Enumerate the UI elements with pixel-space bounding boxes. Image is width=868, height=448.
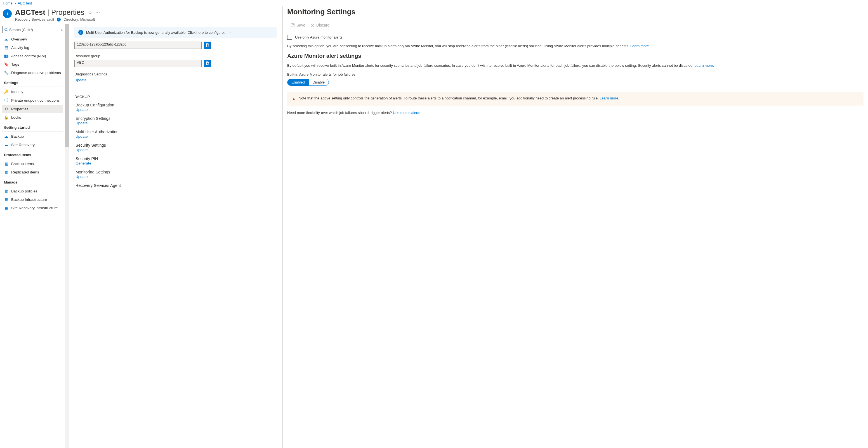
nav-site-recovery[interactable]: ☁Site Recovery [2,140,63,149]
prop-security-action[interactable]: Update [75,148,277,152]
properties-icon: ⚙ [4,107,8,111]
prop-mua: Multi-User Authorization [75,130,277,134]
directory-label: Directory: Microsoft [63,17,95,22]
use-only-azure-monitor-checkbox[interactable] [287,35,292,40]
nav-replicated-items[interactable]: ▦Replicated items [2,168,63,176]
prop-monitoring-action[interactable]: Update [75,175,277,179]
svg-point-0 [5,28,7,31]
panel-footer: Need more flexibility over which job fai… [287,111,864,115]
warning-icon: ▲ [292,96,296,102]
copy-icon [206,62,210,65]
endpoint-icon: 〈·〉 [4,98,8,103]
nav-access-control[interactable]: 👥Access control (IAM) [2,52,63,60]
sidebar: Search (Ctrl+/) « ☁Overview ▤Activity lo… [0,24,65,448]
monitoring-settings-panel: Monitoring Settings Save Discard Use onl… [282,6,868,448]
prop-security-pin: Security PIN [75,157,277,161]
copy-button[interactable] [204,60,211,67]
tag-icon: 🔖 [4,62,8,66]
prop-backup-config-action[interactable]: Update [75,107,277,112]
diagnostics-label: Diagnostics Settings [74,72,277,76]
identity-icon: 🔑 [4,90,8,94]
toggle-enabled[interactable]: Enabled [287,79,309,85]
section-settings: Settings [2,77,63,87]
breadcrumb-home[interactable]: Home [3,1,12,5]
prop-monitoring: Monitoring Settings [75,170,277,174]
breadcrumb: Home › ABCTest [0,0,868,6]
backup-items-icon: ▦ [4,162,8,166]
learn-more-link-2[interactable]: Learn more. [694,63,714,68]
prop-backup-config: Backup Configuration [75,103,277,107]
panel-paragraph-2: By default you will receive built-in Azu… [287,63,864,68]
nav-private-endpoint[interactable]: 〈·〉Private endpoint connections [2,96,63,105]
section-getting-started: Getting started [2,122,63,132]
use-metric-alerts-link[interactable]: Use metric alerts [393,111,420,115]
nav-backup[interactable]: ☁Backup [2,132,63,140]
prop-mua-action[interactable]: Update [75,134,277,139]
prop-security-pin-action[interactable]: Generate [75,161,277,165]
prop-rsa: Recovery Services Agent [75,183,277,188]
panel-title: Monitoring Settings [287,7,864,16]
svg-rect-6 [291,24,294,27]
divider [74,90,277,90]
subscription-id-field[interactable]: 123abc-123abc-123abc-123abc [74,42,202,49]
wrench-icon: 🔧 [4,70,8,75]
nav-tags[interactable]: 🔖Tags [2,60,63,68]
search-input[interactable]: Search (Ctrl+/) [2,26,58,33]
resource-group-label: Resource group [74,54,277,58]
warning-box: ▲ Note that the above setting only contr… [287,92,864,106]
nav-overview[interactable]: ☁Overview [2,35,63,43]
favorite-star-icon[interactable]: ☆ [88,9,92,15]
nav-identity[interactable]: 🔑Identity [2,88,63,96]
job-failures-toggle[interactable]: Enabled Disable [287,79,329,86]
warn-learn-more-link[interactable]: Learn more. [599,96,619,100]
nav-diagnose[interactable]: 🔧Diagnose and solve problems [2,68,63,77]
copy-button[interactable] [204,42,211,49]
azure-monitor-heading: Azure Monitor alert settings [287,53,864,59]
info-icon[interactable]: i [57,18,61,22]
breadcrumb-sep: › [14,1,16,5]
discard-button[interactable]: Discard [310,23,330,27]
svg-line-1 [7,30,8,32]
resource-group-field[interactable]: ABC [74,60,202,67]
info-icon: i [78,30,83,35]
scrollbar[interactable] [65,24,69,448]
learn-more-link[interactable]: Learn more. [630,44,650,48]
job-failures-toggle-label: Built-in Azure Monitor alerts for job fa… [287,72,864,76]
replicated-icon: ▦ [4,170,8,174]
save-button[interactable]: Save [290,23,305,27]
prop-encryption-action[interactable]: Update [75,121,277,125]
checkbox-label: Use only Azure monitor alerts [295,35,343,39]
breadcrumb-resource[interactable]: ABCTest [18,1,32,5]
infra-icon: ▦ [4,197,8,202]
log-icon: ▤ [4,45,8,50]
panel-paragraph-1: By selecting this option, you are consen… [287,43,864,49]
prop-security: Security Settings [75,143,277,147]
nav-activity-log[interactable]: ▤Activity log [2,43,63,52]
section-protected: Protected items [2,149,63,159]
arrow-right-icon: → [228,30,231,35]
close-icon [310,23,315,27]
copy-icon [206,43,210,47]
collapse-sidebar-icon[interactable]: « [60,27,63,32]
info-banner[interactable]: i Multi-User Authorization for Backup is… [74,27,277,38]
prop-encryption: Encryption Settings [75,116,277,120]
nav-backup-infrastructure[interactable]: ▦Backup Infrastructure [2,195,63,204]
backup-section-title: BACKUP [74,95,277,99]
search-icon [4,28,8,32]
overview-icon: ☁ [4,37,8,41]
main-content: i Multi-User Authorization for Backup is… [69,24,282,448]
nav-locks[interactable]: 🔒Locks [2,113,63,122]
nav-backup-items[interactable]: ▦Backup items [2,160,63,168]
nav-backup-policies[interactable]: ▦Backup policies [2,187,63,195]
toggle-disable[interactable]: Disable [309,79,329,85]
resource-header: i ABCTest | Properties ☆ ··· Recovery Se… [0,6,282,24]
vault-icon: i [3,9,12,18]
diagnostics-update-link[interactable]: Update [74,78,277,82]
nav-properties[interactable]: ⚙Properties [2,105,63,113]
backup-icon: ☁ [4,134,8,139]
lock-icon: 🔒 [4,115,8,119]
svg-rect-7 [292,24,293,25]
nav-site-recovery-infra[interactable]: ▦Site Recovery infrastructure [2,204,63,212]
policies-icon: ▦ [4,189,8,193]
more-menu-icon[interactable]: ··· [96,10,100,15]
